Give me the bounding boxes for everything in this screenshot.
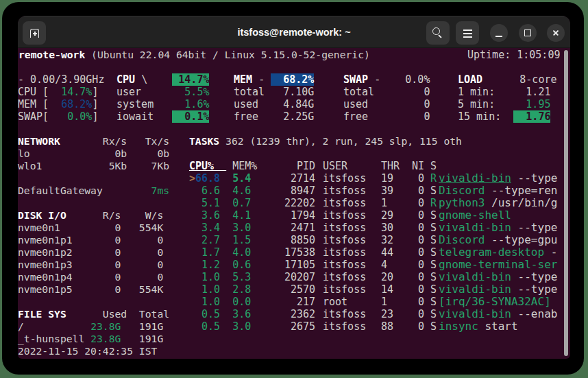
text-segment: 1 (381, 197, 387, 209)
text-segment: S (430, 222, 437, 234)
text-segment (220, 209, 232, 222)
text-segment: 0.0% (67, 110, 92, 123)
text-segment: 1 (381, 296, 387, 308)
text-segment: S (430, 320, 437, 333)
text-segment: S (430, 296, 437, 308)
text-segment: /usr/bin/g (485, 196, 557, 209)
text-segment (220, 259, 232, 271)
block-tasks-summary: TASKS 362 (1239 thr), 2 run, 245 slp, 11… (189, 135, 462, 147)
text-segment: 191G (121, 320, 163, 332)
text-segment: Discord (439, 233, 485, 246)
text-segment: - 0.0% (368, 73, 430, 86)
text-segment: wlo1 5Kb 7Kb (18, 160, 169, 172)
text-segment: 2471 (284, 222, 315, 234)
block-cpu: CPU \ 14.7% user 5.5% system 1.6% iowait… (117, 73, 209, 123)
text-segment: 1.6% (184, 98, 209, 110)
text-segment (220, 197, 232, 209)
text-segment: 68.2% (61, 98, 92, 110)
terminal-screen: remote-work (Ubuntu 22.04 64bit / Linux … (0, 0, 588, 378)
text-segment: itsfoss (323, 209, 366, 222)
text-segment: 5.1 (195, 197, 220, 209)
text-segment: S (430, 308, 437, 320)
text-segment: 8947 (284, 185, 315, 197)
text-segment: ] (92, 86, 98, 98)
text-segment: --type (511, 283, 557, 296)
text-segment: 15 min: (458, 110, 513, 123)
text-segment: 29 (381, 209, 393, 222)
text-segment: 0 (412, 308, 430, 320)
text-segment: free 2.25G (234, 110, 314, 123)
text-segment: nvme0n1p1 0 0 (18, 234, 163, 246)
text-segment: 5.3 (232, 271, 251, 283)
text-segment: 1.0 (195, 271, 220, 283)
text-segment: 30 (381, 222, 393, 234)
text-segment: 1.0 (195, 283, 220, 296)
text-segment: NETWORK (18, 135, 60, 147)
block-tasks-col-cpu-mem: CPU% MEM% >66.8 5.4 6.6 4.6 5.1 0.7 3.6 … (189, 160, 257, 333)
text-segment: 0 (412, 246, 430, 259)
block-mem: MEM - 68.2% total 7.10G used 4.84G free … (234, 73, 314, 123)
text-segment: 0 (412, 283, 430, 296)
text-segment: Used Total (66, 308, 169, 320)
text-segment: 0.0 (232, 296, 251, 308)
block-host-line: remote-work (Ubuntu 22.04 64bit / Linux … (19, 49, 370, 61)
text-segment: --enab (511, 307, 557, 320)
text-segment: MEM% (226, 160, 257, 172)
text-segment: 8850 (284, 234, 315, 246)
text-segment: itsfoss (323, 172, 366, 185)
text-segment: - 0.00/3.90GHz (18, 73, 104, 86)
block-network: NETWORK Rx/s Tx/s lo 0b 0b wlo1 5Kb 7Kb … (18, 135, 169, 197)
text-segment: 0.6 (232, 259, 251, 271)
text-segment: total 0 (343, 86, 430, 98)
text-segment: 0 (412, 197, 430, 209)
block-swap: SWAP - 0.0% total 0 used 0 free 0 (343, 73, 430, 123)
text-segment: vivaldi-bin (439, 221, 511, 234)
text-segment: 22202 (284, 197, 315, 209)
text-segment: 14.7% (172, 73, 209, 86)
block-tasks-col-user: USER itsfoss itsfoss itsfoss itsfoss its… (323, 160, 366, 333)
text-segment: --type (511, 270, 557, 283)
text-segment: itsfoss (323, 283, 366, 296)
text-segment: 0 (412, 222, 430, 234)
text-segment: start (478, 320, 518, 333)
text-segment: S (430, 209, 437, 222)
text-segment (220, 320, 232, 333)
text-segment (189, 308, 195, 320)
text-segment: 5.4 (232, 172, 251, 185)
text-segment: 88 (381, 320, 393, 333)
text-segment: --type=gpu (485, 233, 557, 246)
text-segment: 6.6 (195, 185, 220, 197)
text-segment: 1.95 (526, 98, 550, 110)
text-segment (189, 320, 195, 333)
text-segment: 66.8 (195, 172, 220, 185)
text-segment: --type (511, 172, 557, 185)
text-segment: total 7.10G (234, 86, 314, 98)
text-segment: 1.0 (195, 296, 220, 308)
text-segment (220, 283, 232, 296)
text-segment: 362 (1239 thr), 2 run, 245 slp, 115 oth (219, 135, 462, 147)
text-segment (189, 271, 195, 283)
text-segment: (Ubuntu 22.04 64bit / Linux 5.15.0-52-ge… (85, 49, 370, 60)
text-segment: PID (284, 160, 315, 172)
text-segment: 0.1% (172, 110, 209, 123)
text-segment: remote-work (19, 49, 85, 60)
text-segment: 2570 (284, 283, 315, 296)
text-segment: Discord (439, 184, 485, 197)
text-segment: insync (439, 320, 478, 333)
text-segment: S (430, 283, 437, 296)
text-segment: 0 (412, 259, 430, 271)
block-tasks-col-command: vivaldi-bin --type Discord --type=ren py… (439, 160, 557, 333)
text-segment: S (430, 246, 437, 259)
text-segment: nvme0n1p3 0 0 (18, 259, 163, 270)
text-segment: / (18, 320, 90, 332)
text-segment: S (430, 185, 437, 197)
terminal-scrollbar[interactable] (564, 50, 568, 356)
text-segment: 5 min: (458, 98, 526, 110)
text-segment: 4.6 (232, 185, 251, 197)
text-segment: 23.8G (90, 320, 121, 332)
text-segment: vivaldi-bin (439, 270, 511, 283)
text-segment: FILE SYS (18, 308, 66, 320)
text-segment: vivaldi-bin (439, 283, 511, 296)
text-segment: 0 (412, 234, 430, 246)
text-segment: S (430, 259, 437, 271)
